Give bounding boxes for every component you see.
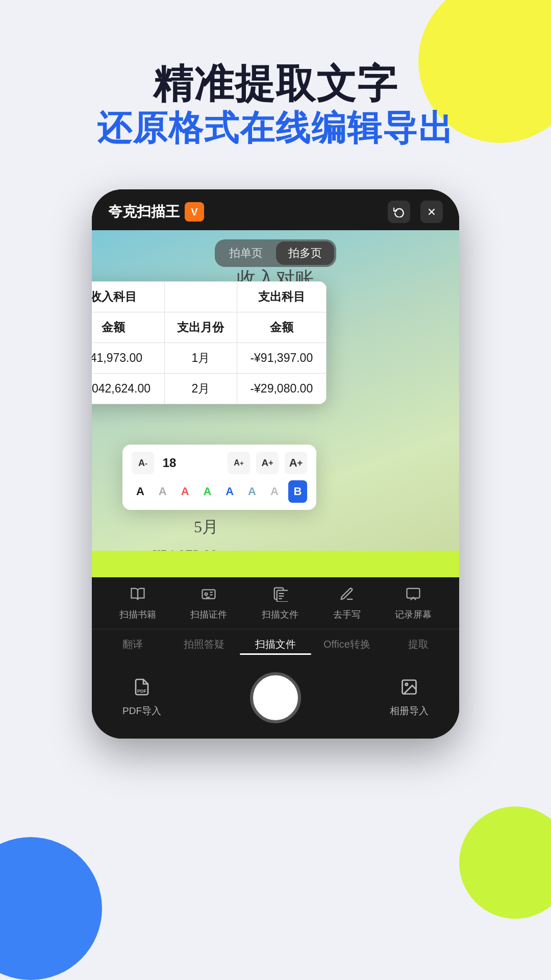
svg-text:PDF: PDF xyxy=(137,689,147,694)
table-subheader-amount1: 金额 xyxy=(92,312,165,343)
scan-id-label: 扫描证件 xyxy=(190,608,227,621)
shutter-btn[interactable] xyxy=(250,672,301,723)
ocr-table-popup: 收入科目 支出科目 金额 支出月份 金额 ¥41,973.00 xyxy=(92,281,327,404)
app-title-text: 夸克扫描王 xyxy=(108,202,180,222)
header-section: 精准提取文字 还原格式在线编辑导出 xyxy=(0,0,551,179)
table-cell-income2: ¥1,042,624.00 xyxy=(92,374,165,404)
scan-id-icon xyxy=(201,586,216,605)
color-gray[interactable]: A xyxy=(154,481,171,502)
app-header-icons xyxy=(388,201,443,223)
blob-blue xyxy=(0,837,102,980)
scan-line xyxy=(92,551,459,577)
tab-office[interactable]: Office转换 xyxy=(311,629,383,662)
ocr-table: 收入科目 支出科目 金额 支出月份 金额 ¥41,973.00 xyxy=(92,281,327,404)
record-screen-icon xyxy=(406,586,421,605)
table-row: ¥41,973.00 1月 -¥91,397.00 xyxy=(92,343,327,374)
camera-view: 拍单页 拍多页 收入对账 5月 ¥54,073.00 收入科目 支出科目 xyxy=(92,230,459,577)
tab-extract[interactable]: 提取 xyxy=(383,629,454,662)
scan-file-icon xyxy=(272,586,288,605)
pdf-import-label: PDF导入 xyxy=(122,704,161,718)
tab-translate[interactable]: 翻译 xyxy=(97,629,168,662)
table-header-expense: 支出科目 xyxy=(237,282,326,312)
table-subheader-amount2: 金额 xyxy=(237,312,326,343)
font-increase-btn3[interactable]: A+ xyxy=(285,452,307,474)
app-header: 夸克扫描王 V xyxy=(92,189,459,230)
tab-row: 翻译 拍照答疑 扫描文件 Office转换 提取 xyxy=(92,629,459,662)
color-green[interactable]: A xyxy=(198,481,216,502)
svg-point-3 xyxy=(205,593,208,596)
tab-multi-page[interactable]: 拍多页 xyxy=(276,241,334,265)
icon-scan-file[interactable]: 扫描文件 xyxy=(262,586,298,621)
icon-handwrite[interactable]: 去手写 xyxy=(333,586,361,621)
pdf-icon: PDF xyxy=(133,678,151,700)
color-red[interactable]: A xyxy=(177,481,194,502)
table-cell-expense1: -¥91,397.00 xyxy=(237,343,326,374)
album-icon xyxy=(400,678,418,700)
tab-scan-file[interactable]: 扫描文件 xyxy=(240,629,311,662)
table-cell-month1: 1月 xyxy=(165,343,237,374)
color-light-gray[interactable]: A xyxy=(266,481,283,502)
table-header-empty xyxy=(165,282,237,312)
rotate-icon[interactable] xyxy=(388,201,410,223)
bottom-toolbar: 扫描书籍 扫描证件 xyxy=(92,577,459,739)
bold-btn[interactable]: B xyxy=(288,480,307,503)
album-import-btn[interactable]: 相册导入 xyxy=(390,678,429,718)
scan-book-label: 扫描书籍 xyxy=(119,608,156,621)
blob-green xyxy=(459,806,551,919)
table-cell-expense2: -¥29,080.00 xyxy=(237,374,326,404)
phone-wrapper: 夸克扫描王 V xyxy=(0,179,551,769)
icon-scan-book[interactable]: 扫描书籍 xyxy=(119,586,156,621)
color-black[interactable]: A xyxy=(132,481,149,502)
close-icon[interactable] xyxy=(420,201,443,223)
scan-file-label: 扫描文件 xyxy=(262,608,298,621)
phone-frame: 夸克扫描王 V xyxy=(92,189,459,739)
font-color-row: A A A A A A A B xyxy=(132,480,307,503)
pdf-import-btn[interactable]: PDF PDF导入 xyxy=(122,678,161,718)
header-line2: 还原格式在线编辑导出 xyxy=(31,107,520,149)
app-logo-badge: V xyxy=(185,202,204,222)
font-size-row: A- 18 A+ A+ A+ xyxy=(132,452,307,474)
font-increase-btn2[interactable]: A+ xyxy=(256,452,279,474)
header-line1: 精准提取文字 xyxy=(31,61,520,107)
tab-photo-qa[interactable]: 拍照答疑 xyxy=(168,629,240,662)
color-light-blue[interactable]: A xyxy=(243,481,261,502)
color-blue[interactable]: A xyxy=(221,481,238,502)
table-cell-income1: ¥41,973.00 xyxy=(92,343,165,374)
handwrite-label: 去手写 xyxy=(333,608,361,621)
font-toolbar-popup: A- 18 A+ A+ A+ A A A A A A A B xyxy=(122,445,316,510)
table-subheader-month: 支出月份 xyxy=(165,312,237,343)
table-cell-month2: 2月 xyxy=(165,374,237,404)
svg-point-9 xyxy=(406,683,408,686)
mode-tabs: 拍单页 拍多页 xyxy=(215,239,336,267)
table-header-income: 收入科目 xyxy=(92,282,165,312)
record-screen-label: 记录屏幕 xyxy=(395,608,432,621)
table-row: ¥1,042,624.00 2月 -¥29,080.00 xyxy=(92,374,327,404)
icon-record-screen[interactable]: 记录屏幕 xyxy=(395,586,432,621)
icon-row: 扫描书籍 扫描证件 xyxy=(92,586,459,629)
app-title: 夸克扫描王 V xyxy=(108,202,204,222)
scan-book-icon xyxy=(130,586,145,605)
font-decrease-btn[interactable]: A- xyxy=(132,452,154,474)
handwrite-icon xyxy=(339,586,355,605)
album-import-label: 相册导入 xyxy=(390,704,429,718)
bottom-action-row: PDF PDF导入 相册导入 xyxy=(92,662,459,739)
camera-handwriting2: 5月 xyxy=(194,516,218,538)
shutter-inner xyxy=(256,678,295,718)
font-size-value: 18 xyxy=(160,456,179,470)
tab-single-page[interactable]: 拍单页 xyxy=(217,241,275,265)
icon-scan-id[interactable]: 扫描证件 xyxy=(190,586,227,621)
font-increase-btn1[interactable]: A+ xyxy=(228,452,250,474)
